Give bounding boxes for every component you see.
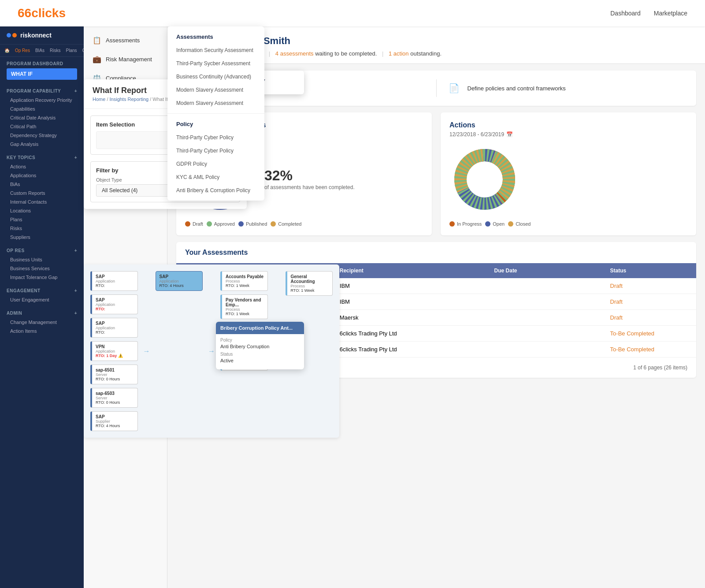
- actions-chart-date: 12/23/2018 - 6/23/2019 📅: [449, 131, 687, 138]
- or-business-units[interactable]: Business Units: [7, 255, 77, 264]
- adm-expand-icon[interactable]: +: [74, 311, 77, 316]
- row-status-2: Draft: [610, 314, 687, 321]
- adm-change-mgmt[interactable]: Change Management: [7, 318, 77, 327]
- kt-suppliers[interactable]: Suppliers: [7, 233, 77, 242]
- assessments-link[interactable]: 4 assessments: [275, 50, 314, 57]
- kt-internal-contacts[interactable]: Internal Contacts: [7, 197, 77, 206]
- eng-user[interactable]: User Engagement: [7, 295, 77, 304]
- logo-text: 6clicks: [25, 6, 66, 20]
- flow-sap-app-3: SAP Application RTO:: [90, 318, 138, 338]
- pc-critical-path[interactable]: Critical Path: [7, 122, 77, 131]
- pc-capabilities[interactable]: Capabilities: [7, 104, 77, 113]
- actions-chart-title: Actions: [449, 121, 687, 129]
- kt-plans[interactable]: Plans: [7, 215, 77, 224]
- flow-col-left: SAP Application RTO: SAP Application RTO…: [90, 271, 138, 431]
- outbound-legend: Draft Approved Published Completed: [185, 221, 423, 227]
- kt-expand-icon[interactable]: +: [74, 155, 77, 160]
- bribery-status-value: Active: [220, 358, 300, 363]
- rkn-opres[interactable]: Op Res: [15, 48, 30, 53]
- flow-sap-app-1: SAP Application RTO:: [90, 271, 138, 291]
- dd-business-continuity[interactable]: Business Continuity (Advanced): [167, 70, 264, 83]
- dd-third-party-sycber[interactable]: Third-Party Sycber Assessment: [167, 57, 264, 70]
- nav-risk-mgmt[interactable]: 💼 Risk Management: [84, 50, 167, 69]
- pc-expand-icon[interactable]: +: [74, 89, 77, 93]
- what-if-active[interactable]: WHAT IF: [7, 68, 77, 80]
- bribery-status-label: Status: [220, 352, 300, 357]
- dd-modern-slavery-1[interactable]: Modern Slavery Assessment: [167, 83, 264, 97]
- legend-published: Published: [238, 221, 267, 227]
- kt-locations[interactable]: Locations: [7, 206, 77, 215]
- breadcrumb-home[interactable]: Home: [93, 97, 105, 102]
- dd-info-security[interactable]: Information Security Assessment: [167, 44, 264, 57]
- admin-label: ADMIN +: [7, 311, 77, 316]
- pc-app-recovery[interactable]: Application Recovery Priority: [7, 96, 77, 104]
- or-impact-tolerance[interactable]: Impact Tolerance Gap: [7, 273, 77, 282]
- dropdown-assessments-header: Assessments: [167, 30, 264, 44]
- col-status: Status: [610, 268, 687, 274]
- row-status-0: Draft: [610, 283, 687, 289]
- riskonnect-logo-text: riskonnect: [20, 32, 52, 39]
- row-status-1: Draft: [610, 298, 687, 305]
- actions-calendar-icon[interactable]: 📅: [506, 131, 513, 138]
- row-recipient-3: 6clicks Trading Pty Ltd: [340, 330, 494, 337]
- breadcrumb-insights[interactable]: Insights Reporting: [110, 97, 149, 102]
- flow-connector-2: →: [207, 347, 216, 355]
- nav-assessments[interactable]: 📋 Assessments: [84, 31, 167, 50]
- outbound-stat: 32% of assessments have been completed.: [264, 167, 355, 191]
- dropdown-policy-header: Policy: [167, 117, 264, 131]
- row-recipient-1: IBM: [340, 298, 494, 305]
- dropdown-assessments-section: Assessments Information Security Assessm…: [167, 26, 264, 114]
- flow-col-center: SAP Application RTO: 4 Hours: [156, 271, 203, 291]
- key-topics-label: KEY TOPICS +: [7, 155, 77, 160]
- kt-bias[interactable]: BiAs: [7, 180, 77, 189]
- rkn-risks[interactable]: Risks: [50, 48, 60, 53]
- kt-applications[interactable]: Applications: [7, 171, 77, 180]
- kt-actions[interactable]: Actions: [7, 162, 77, 171]
- dd-anti-bribery[interactable]: Anti Bribery & Corruption Policy: [167, 184, 264, 197]
- legend-open: Open: [485, 221, 505, 227]
- or-expand-icon[interactable]: +: [74, 248, 77, 253]
- or-business-services[interactable]: Business Services: [7, 264, 77, 273]
- policies-action-text: Define policies and control frameworks: [468, 85, 566, 92]
- eng-expand-icon[interactable]: +: [74, 288, 77, 293]
- program-dashboard-section: PROGRAM DASHBOARD WHAT IF: [0, 57, 84, 84]
- riskonnect-header: riskonnect: [0, 26, 84, 45]
- adm-action-items[interactable]: Action Items: [7, 327, 77, 335]
- admin-section: ADMIN + Change Management Action Items: [0, 306, 84, 338]
- flow-sap-app-2: SAP Application RTO:: [90, 294, 138, 314]
- dd-kyc-aml[interactable]: KYC & AML Policy: [167, 171, 264, 184]
- flow-sap-6503: sap-6503 Server RTO: 0 Hours: [90, 388, 138, 408]
- col-due-date: Due Date: [494, 268, 610, 274]
- kt-custom-reports[interactable]: Custom Reports: [7, 189, 77, 197]
- key-topics-section: KEY TOPICS + Actions Applications BiAs C…: [0, 151, 84, 244]
- pc-dependency[interactable]: Dependency Strategy: [7, 131, 77, 140]
- op-res-section: OP RES + Business Units Business Service…: [0, 244, 84, 284]
- engagement-section: ENGAGEMENT + User Engagement: [0, 284, 84, 306]
- actions-chart-body: [449, 144, 687, 215]
- col-recipient: Recipient: [340, 268, 494, 274]
- dd-third-party-cyber-2[interactable]: Third-Party Cyber Policy: [167, 144, 264, 157]
- kt-risks[interactable]: Risks: [7, 224, 77, 233]
- dd-gdpr-policy[interactable]: GDPR Policy: [167, 157, 264, 171]
- nav-dashboard[interactable]: Dashboard: [610, 10, 641, 17]
- assess-text: waiting to be completed.: [315, 50, 377, 57]
- dd-modern-slavery-2[interactable]: Modern Slavery Assessment: [167, 97, 264, 110]
- rkn-crisis[interactable]: Crisis...: [82, 48, 84, 53]
- rkn-plans[interactable]: Plans: [66, 48, 77, 53]
- your-assessments-title: Your Assessments: [176, 242, 696, 263]
- rkn-home[interactable]: 🏠: [4, 48, 10, 53]
- legend-draft: Draft: [185, 221, 203, 227]
- action-link[interactable]: 1 action: [389, 50, 409, 57]
- policies-action[interactable]: 📄 Define policies and control frameworks: [445, 79, 688, 97]
- flow-col-far-right: General Accounting Process RTO: 1 Week: [286, 271, 333, 296]
- pc-critical-date[interactable]: Critical Date Analysis: [7, 113, 77, 122]
- legend-approved: Approved: [207, 221, 235, 227]
- nav-risk-label: Risk Management: [106, 56, 152, 63]
- completion-pct: 32%: [264, 167, 355, 184]
- nav-assessments-label: Assessments: [106, 37, 140, 44]
- nav-marketplace[interactable]: Marketplace: [654, 10, 687, 17]
- rkn-bias[interactable]: BIAs: [35, 48, 45, 53]
- dropdown-overlay: Assessments Information Security Assessm…: [167, 26, 264, 201]
- dd-third-party-cyber-1[interactable]: Third-Party Cyber Policy: [167, 131, 264, 144]
- pc-gap-analysis[interactable]: Gap Analysis: [7, 140, 77, 149]
